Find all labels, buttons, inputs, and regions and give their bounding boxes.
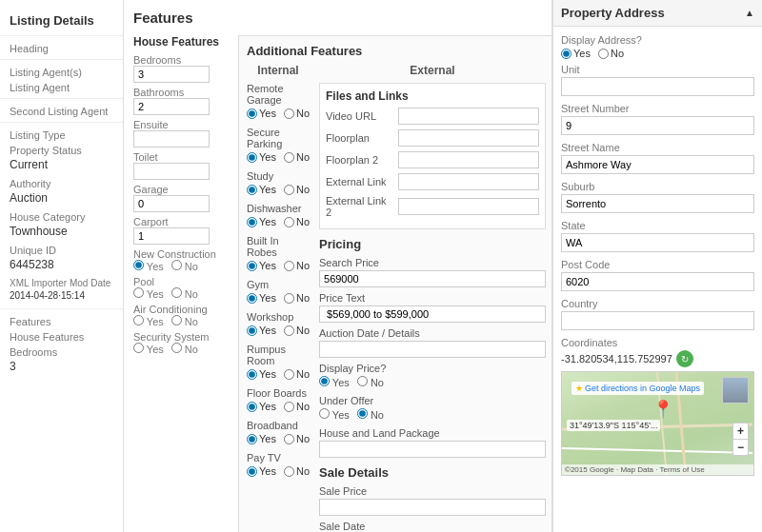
sp-yes-radio[interactable] bbox=[247, 152, 257, 163]
uo-yes-label[interactable]: Yes bbox=[319, 408, 350, 421]
study-yes-label[interactable]: Yes bbox=[247, 184, 276, 195]
sp-no-radio[interactable] bbox=[284, 152, 294, 163]
post-code-input[interactable] bbox=[561, 272, 754, 291]
zoom-in-button[interactable]: + bbox=[733, 424, 748, 440]
rg-yes-radio[interactable] bbox=[247, 108, 257, 119]
rr-yes-label[interactable]: Yes bbox=[247, 368, 276, 380]
ss-yes-label[interactable]: Yes bbox=[133, 343, 164, 355]
study-no-label[interactable]: No bbox=[284, 184, 310, 195]
dp-yes-radio[interactable] bbox=[319, 376, 330, 386]
price-text-input[interactable] bbox=[319, 305, 546, 323]
floorplan-input[interactable] bbox=[398, 129, 539, 147]
da-yes-label[interactable]: Yes bbox=[561, 48, 591, 59]
state-input[interactable] bbox=[561, 233, 754, 252]
pool-yes-label[interactable]: Yes bbox=[133, 287, 164, 300]
new-construction-no-radio[interactable] bbox=[171, 260, 182, 270]
auction-date-input[interactable] bbox=[319, 341, 546, 358]
ac-no-label[interactable]: No bbox=[171, 315, 198, 327]
da-no-radio[interactable] bbox=[598, 49, 609, 59]
ws-yes-radio[interactable] bbox=[247, 325, 257, 336]
country-input[interactable] bbox=[561, 311, 754, 330]
ensuite-input[interactable] bbox=[133, 130, 210, 148]
ss-no-label[interactable]: No bbox=[171, 343, 198, 355]
search-price-input[interactable] bbox=[319, 270, 546, 287]
fb-no-label[interactable]: No bbox=[284, 401, 310, 412]
street-number-input[interactable] bbox=[561, 116, 754, 135]
bedrooms-input[interactable] bbox=[133, 66, 210, 83]
ac-no-radio[interactable] bbox=[171, 315, 182, 325]
uo-no-radio[interactable] bbox=[357, 408, 368, 419]
ac-yes-label[interactable]: Yes bbox=[133, 315, 164, 327]
uo-no-label[interactable]: No bbox=[357, 408, 384, 421]
bb-no-radio[interactable] bbox=[284, 434, 294, 444]
bir-yes-label[interactable]: Yes bbox=[247, 260, 276, 271]
fb-yes-label[interactable]: Yes bbox=[247, 401, 276, 412]
dp-yes-label[interactable]: Yes bbox=[319, 376, 350, 388]
garage-input[interactable] bbox=[133, 195, 210, 212]
pool-yes-radio[interactable] bbox=[133, 287, 144, 298]
bir-yes-radio[interactable] bbox=[247, 261, 257, 271]
bb-yes-label[interactable]: Yes bbox=[247, 433, 276, 444]
sp-yes-label[interactable]: Yes bbox=[247, 151, 276, 163]
ptv-no-label[interactable]: No bbox=[284, 465, 310, 477]
bb-no-label[interactable]: No bbox=[284, 433, 310, 444]
new-construction-no-label[interactable]: No bbox=[171, 260, 198, 272]
gym-yes-label[interactable]: Yes bbox=[247, 292, 276, 304]
ws-no-label[interactable]: No bbox=[284, 325, 310, 336]
study-no-radio[interactable] bbox=[284, 185, 294, 195]
uo-yes-radio[interactable] bbox=[319, 408, 330, 419]
bir-no-label[interactable]: No bbox=[284, 260, 310, 271]
external-link2-input[interactable] bbox=[398, 198, 539, 215]
pool-no-radio[interactable] bbox=[171, 287, 182, 298]
get-directions-link[interactable]: Get directions in Google Maps bbox=[585, 384, 700, 393]
dp-no-label[interactable]: No bbox=[357, 376, 384, 388]
rg-no-radio[interactable] bbox=[284, 108, 294, 119]
gym-no-radio[interactable] bbox=[284, 293, 294, 304]
video-url-input[interactable] bbox=[398, 108, 539, 125]
house-land-input[interactable] bbox=[319, 441, 546, 458]
da-yes-radio[interactable] bbox=[561, 49, 572, 59]
ss-no-radio[interactable] bbox=[171, 343, 182, 353]
fb-yes-radio[interactable] bbox=[247, 402, 257, 412]
toilet-input[interactable] bbox=[133, 163, 210, 180]
rr-yes-radio[interactable] bbox=[247, 369, 257, 380]
bathrooms-input[interactable] bbox=[133, 98, 210, 115]
pool-no-label[interactable]: No bbox=[171, 287, 198, 300]
sale-price-input[interactable] bbox=[319, 499, 546, 516]
rr-no-label[interactable]: No bbox=[284, 368, 310, 380]
ws-no-radio[interactable] bbox=[284, 325, 294, 336]
street-name-input[interactable] bbox=[561, 155, 754, 174]
sp-no-label[interactable]: No bbox=[284, 151, 310, 163]
refresh-coordinates-button[interactable]: ↻ bbox=[676, 350, 693, 367]
ptv-yes-label[interactable]: Yes bbox=[247, 465, 276, 477]
dw-no-radio[interactable] bbox=[284, 217, 294, 227]
rg-yes-label[interactable]: Yes bbox=[247, 108, 276, 119]
dp-no-radio[interactable] bbox=[357, 376, 368, 386]
dw-no-label[interactable]: No bbox=[284, 216, 310, 227]
floorplan2-input[interactable] bbox=[398, 151, 539, 168]
zoom-out-button[interactable]: − bbox=[733, 440, 748, 455]
gym-yes-radio[interactable] bbox=[247, 293, 257, 304]
new-construction-yes-radio[interactable] bbox=[133, 260, 144, 270]
external-link-input[interactable] bbox=[398, 173, 539, 190]
new-construction-yes-label[interactable]: Yes bbox=[133, 260, 164, 272]
rr-no-radio[interactable] bbox=[284, 369, 294, 380]
rg-no-label[interactable]: No bbox=[284, 108, 310, 119]
gym-no-label[interactable]: No bbox=[284, 292, 310, 304]
ws-yes-label[interactable]: Yes bbox=[247, 325, 276, 336]
carport-input[interactable] bbox=[133, 227, 210, 245]
dw-yes-label[interactable]: Yes bbox=[247, 216, 276, 227]
unit-input[interactable] bbox=[561, 77, 754, 96]
suburb-input[interactable] bbox=[561, 194, 754, 213]
ptv-yes-radio[interactable] bbox=[247, 466, 257, 477]
ac-yes-radio[interactable] bbox=[133, 315, 144, 325]
ss-yes-radio[interactable] bbox=[133, 343, 144, 353]
bb-yes-radio[interactable] bbox=[247, 434, 257, 444]
da-no-label[interactable]: No bbox=[598, 48, 624, 59]
fb-no-radio[interactable] bbox=[284, 402, 294, 412]
collapse-icon[interactable]: ▲ bbox=[745, 8, 754, 18]
dw-yes-radio[interactable] bbox=[247, 217, 257, 227]
bir-no-radio[interactable] bbox=[284, 261, 294, 271]
study-yes-radio[interactable] bbox=[247, 185, 257, 195]
ptv-no-radio[interactable] bbox=[284, 466, 294, 477]
